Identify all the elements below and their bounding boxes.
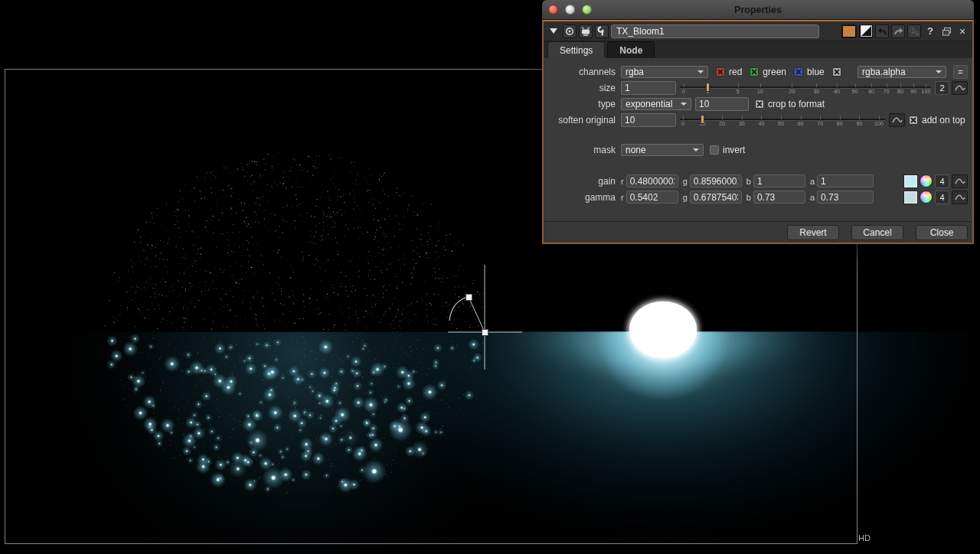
chevron-down-icon: [681, 103, 687, 106]
gamma-color-swatch[interactable]: [904, 191, 917, 204]
panel-body: ? × Settings Node chann: [542, 20, 974, 244]
revert-button[interactable]: Revert: [787, 225, 839, 240]
mask-row: mask none invert: [544, 142, 972, 158]
center-node-button[interactable]: [563, 24, 577, 38]
color-wheel-icon[interactable]: [920, 174, 933, 187]
gain-r-input[interactable]: [626, 174, 678, 187]
slider-track[interactable]: [680, 86, 931, 89]
gamma-b-input[interactable]: [753, 191, 805, 204]
slider-tick-label: 40: [758, 121, 764, 126]
link-channels-button[interactable]: =: [953, 65, 968, 79]
gamma-controls: 4: [904, 191, 968, 204]
alpha-channel-dropdown[interactable]: rgba.alpha: [858, 66, 946, 78]
channels-dropdown[interactable]: rgba: [621, 66, 708, 78]
node-header: ? ×: [544, 21, 972, 41]
close-button[interactable]: Close: [916, 225, 968, 240]
redo-button[interactable]: [891, 24, 905, 38]
gamma-split-button[interactable]: 4: [935, 191, 949, 204]
tab-node[interactable]: Node: [607, 41, 655, 58]
size-slider[interactable]: 015102030405060708090100: [680, 80, 931, 96]
check-x-icon: [756, 101, 763, 107]
slider-tick-label: 50: [852, 89, 858, 94]
check-x-icon: [795, 69, 802, 75]
gamma-row: gamma r g b a 4: [544, 189, 972, 205]
window-titlebar[interactable]: Properties: [542, 0, 974, 20]
gain-g-input[interactable]: [690, 174, 742, 187]
slider-tick-label: 90: [910, 89, 916, 94]
tab-bar: Settings Node: [544, 41, 972, 58]
slider-tick: [887, 83, 887, 87]
tab-settings[interactable]: Settings: [547, 41, 605, 58]
gamma-r-input[interactable]: [626, 191, 678, 204]
target-icon: [565, 27, 574, 36]
collapse-button[interactable]: [547, 24, 560, 38]
type-dropdown[interactable]: exponential: [621, 98, 691, 110]
curve-handle[interactable]: [466, 295, 472, 301]
gain-r-label: r: [621, 177, 624, 186]
add-on-top-checkbox[interactable]: [909, 116, 918, 125]
invert-checkbox[interactable]: [710, 145, 719, 155]
color-wheel-icon[interactable]: [920, 191, 933, 204]
float-window-button[interactable]: [939, 24, 953, 38]
channel-checkbox-blue[interactable]: [794, 67, 803, 77]
help-button[interactable]: ?: [923, 24, 937, 38]
gamma-a-input[interactable]: [817, 191, 874, 204]
channel-checkbox-red[interactable]: [716, 67, 725, 77]
undo-arrow-icon: [877, 27, 888, 36]
size-animation-button[interactable]: [952, 81, 968, 95]
soften-slider[interactable]: 0102030405060708090100: [680, 112, 885, 128]
undo-button[interactable]: [875, 24, 889, 38]
gl-color-button[interactable]: [859, 24, 873, 38]
check-x-icon: [834, 69, 840, 75]
channel-blue-label: blue: [807, 67, 825, 77]
soften-animation-button[interactable]: [889, 113, 905, 127]
transform-overlay[interactable]: [443, 262, 528, 375]
channel-checkbox-green[interactable]: [750, 67, 759, 77]
gamma-g-input[interactable]: [690, 191, 742, 204]
size-input[interactable]: [621, 81, 676, 95]
gain-a-label: a: [810, 177, 815, 186]
revert-knobs-button[interactable]: [907, 24, 921, 38]
slider-tick-label: 20: [789, 89, 795, 94]
size-dimensions-button[interactable]: 2: [935, 81, 949, 95]
mask-dropdown[interactable]: none: [621, 144, 704, 156]
node-color-button[interactable]: [841, 24, 857, 38]
crop-to-format-label: crop to format: [768, 99, 825, 109]
channel-checkbox-alpha[interactable]: [832, 67, 841, 77]
slider-handle[interactable]: [701, 115, 704, 124]
gamma-animation-button[interactable]: [952, 191, 968, 204]
close-panel-button[interactable]: ×: [956, 24, 969, 38]
soften-original-input[interactable]: [621, 113, 676, 127]
invert-label: invert: [723, 145, 745, 155]
falloff-input[interactable]: [695, 97, 749, 111]
node-settings-button[interactable]: [595, 24, 609, 38]
gain-color-swatch[interactable]: [904, 175, 917, 187]
center-handle[interactable]: [482, 330, 488, 336]
crop-to-format-checkbox[interactable]: [755, 99, 764, 109]
check-x-icon: [751, 69, 757, 75]
node-color-swatch-icon: [842, 25, 856, 37]
chevron-down-icon: [550, 28, 557, 34]
gain-split-button[interactable]: 4: [935, 174, 949, 188]
slider-tick-label: 10: [757, 89, 763, 94]
slider-tick-label: 0: [681, 121, 684, 126]
panel-footer: Revert Cancel Close: [544, 221, 972, 243]
slider-tick-label: 100: [922, 89, 931, 94]
gain-a-input[interactable]: [817, 174, 874, 187]
gain-b-input[interactable]: [753, 174, 805, 187]
gamma-r-label: r: [621, 193, 624, 202]
slider-handle[interactable]: [706, 83, 710, 92]
curve-icon: [955, 178, 965, 185]
slider-tick: [900, 83, 901, 87]
slider-tick: [837, 83, 838, 87]
handle-line: [469, 297, 485, 332]
header-right-icons: ? ×: [841, 24, 969, 38]
slider-tick: [801, 116, 802, 119]
node-name-input[interactable]: [611, 24, 819, 38]
hide-input-button[interactable]: [579, 24, 593, 38]
channel-green-label: green: [763, 67, 786, 77]
cancel-button[interactable]: Cancel: [851, 225, 903, 240]
alpha-dropdown-value: rgba.alpha: [862, 67, 930, 77]
gain-animation-button[interactable]: [952, 174, 968, 188]
gamma-a-label: a: [810, 193, 815, 202]
